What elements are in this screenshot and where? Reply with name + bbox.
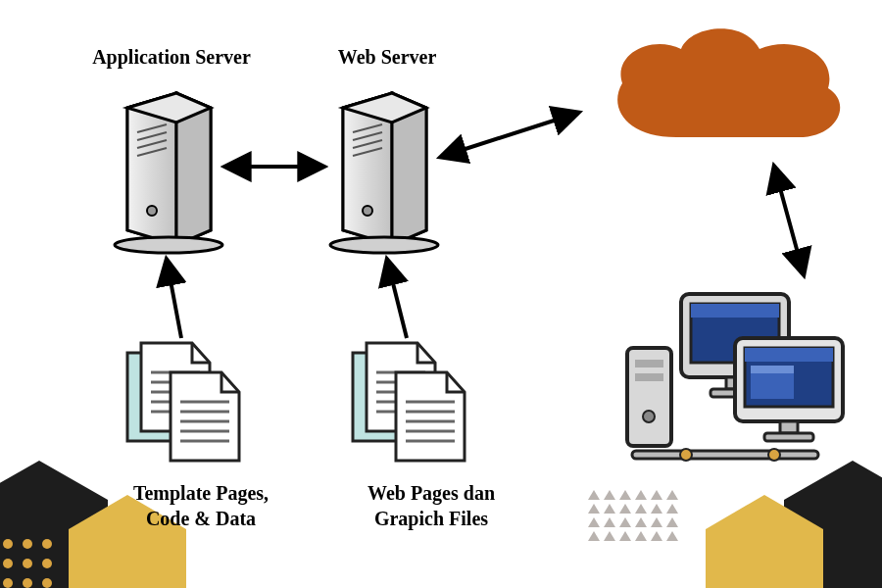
- svg-point-41: [147, 206, 157, 216]
- svg-point-74: [643, 411, 655, 422]
- svg-point-76: [680, 449, 692, 461]
- svg-marker-31: [588, 531, 600, 541]
- svg-point-42: [115, 237, 222, 253]
- svg-marker-22: [635, 504, 647, 514]
- svg-marker-28: [635, 517, 647, 527]
- arrow-cloud-clients: [774, 167, 804, 274]
- svg-marker-32: [604, 531, 615, 541]
- svg-marker-27: [619, 517, 631, 527]
- client-computers-icon: [627, 294, 843, 461]
- svg-marker-36: [666, 531, 678, 541]
- svg-rect-75: [632, 451, 818, 459]
- web-server-label: Web Server: [299, 44, 475, 70]
- svg-marker-29: [651, 517, 662, 527]
- svg-marker-33: [619, 531, 631, 541]
- svg-point-48: [330, 237, 438, 253]
- svg-point-10: [42, 578, 52, 588]
- web-server-icon: [330, 93, 438, 253]
- svg-marker-24: [666, 504, 678, 514]
- svg-point-9: [23, 578, 32, 588]
- svg-point-47: [363, 206, 372, 216]
- svg-marker-15: [619, 490, 631, 500]
- template-docs-icon: [127, 343, 239, 461]
- svg-marker-13: [588, 490, 600, 500]
- triangle-grid-decor: [588, 490, 678, 541]
- svg-point-2: [3, 539, 13, 549]
- svg-marker-14: [604, 490, 615, 500]
- svg-rect-72: [635, 360, 663, 368]
- svg-marker-26: [604, 517, 615, 527]
- svg-marker-19: [588, 504, 600, 514]
- template-pages-label: Template Pages, Code & Data: [93, 480, 309, 531]
- webpage-docs-icon: [353, 343, 465, 461]
- svg-marker-35: [651, 531, 662, 541]
- svg-point-3: [23, 539, 32, 549]
- svg-point-6: [23, 559, 32, 568]
- arrow-web-cloud: [441, 113, 578, 157]
- svg-point-4: [42, 539, 52, 549]
- svg-point-5: [3, 559, 13, 568]
- svg-marker-25: [588, 517, 600, 527]
- svg-marker-34: [635, 531, 647, 541]
- svg-rect-85: [745, 348, 833, 362]
- svg-rect-87: [751, 366, 794, 373]
- svg-marker-23: [651, 504, 662, 514]
- arrow-webpages-web: [387, 260, 407, 338]
- svg-marker-17: [651, 490, 662, 500]
- svg-point-77: [768, 449, 780, 461]
- svg-rect-73: [635, 373, 663, 381]
- svg-marker-18: [666, 490, 678, 500]
- web-pages-label: Web Pages dan Grapich Files: [328, 480, 534, 531]
- svg-marker-21: [619, 504, 631, 514]
- svg-marker-16: [635, 490, 647, 500]
- cloud-icon: [617, 28, 840, 137]
- app-server-icon: [115, 93, 222, 253]
- app-server-label: Application Server: [54, 44, 289, 70]
- svg-rect-89: [764, 433, 813, 441]
- svg-marker-20: [604, 504, 615, 514]
- hex-decor-right: [706, 461, 882, 588]
- svg-rect-80: [691, 304, 779, 318]
- svg-rect-88: [780, 421, 798, 433]
- arrow-templates-app: [167, 260, 181, 338]
- svg-point-8: [3, 578, 13, 588]
- svg-marker-30: [666, 517, 678, 527]
- svg-point-7: [42, 559, 52, 568]
